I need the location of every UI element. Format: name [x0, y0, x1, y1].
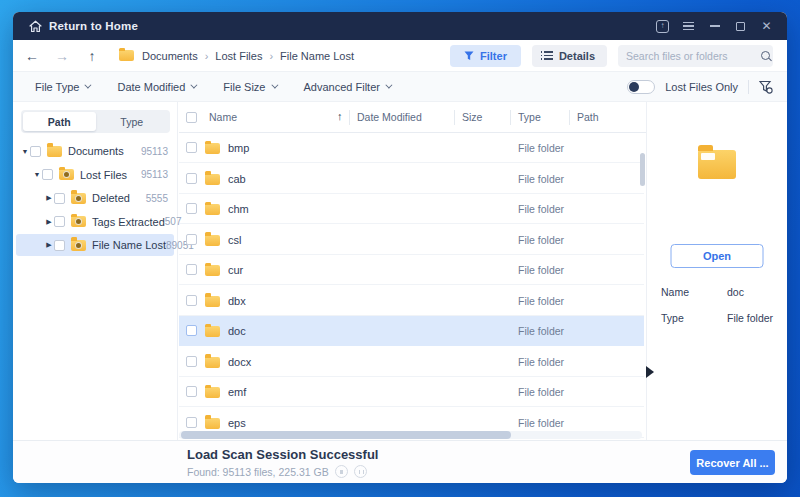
select-all-checkbox[interactable]: [186, 112, 197, 123]
clear-filter-icon[interactable]: [759, 80, 773, 94]
collapse-arrow-icon[interactable]: ▶: [44, 218, 54, 226]
row-checkbox[interactable]: [186, 142, 197, 153]
tree-item-tags-extracted[interactable]: ▶ Tags Extracted 507: [16, 211, 174, 233]
row-checkbox[interactable]: [186, 295, 197, 306]
chevron-down-icon: [85, 82, 92, 89]
tree-item-lost-files[interactable]: ▼ Lost Files 95113: [16, 164, 174, 186]
breadcrumb-item[interactable]: File Name Lost: [280, 50, 354, 62]
filter-dropdown[interactable]: Advanced Filter: [304, 81, 390, 93]
close-icon[interactable]: ✕: [760, 20, 773, 33]
folder-icon: [71, 240, 86, 251]
pause-scan-icon[interactable]: [354, 465, 367, 478]
table-row[interactable]: chm File folder: [179, 194, 644, 224]
lost-files-only-toggle[interactable]: [627, 80, 655, 94]
row-checkbox[interactable]: [186, 386, 197, 397]
row-checkbox[interactable]: [186, 417, 197, 428]
cell-name: csl: [228, 234, 241, 246]
scan-status-subtitle: Found: 95113 files, 225.31 GB: [187, 465, 367, 478]
minimize-icon[interactable]: [708, 20, 721, 33]
table-row[interactable]: csl File folder: [179, 225, 644, 255]
cell-type: File folder: [518, 203, 564, 215]
expand-arrow-icon[interactable]: ▼: [32, 171, 42, 178]
up-button[interactable]: ↑: [77, 48, 107, 64]
chevron-down-icon: [385, 82, 392, 89]
content-area: PathType ▼ Documents 95113 ▼ Lost Files …: [13, 102, 787, 440]
row-checkbox[interactable]: [186, 234, 197, 245]
tree-checkbox[interactable]: [54, 193, 65, 204]
menu-icon[interactable]: [682, 20, 695, 33]
tree-checkbox[interactable]: [30, 146, 41, 157]
folder-icon: [205, 174, 220, 185]
details-button[interactable]: Details: [532, 45, 607, 67]
recover-all-button[interactable]: Recover All ...: [690, 450, 775, 475]
lost-badge: [63, 171, 70, 178]
breadcrumb-separator-icon: ›: [205, 50, 209, 62]
folder-icon: [71, 193, 86, 204]
cell-type: File folder: [518, 325, 564, 337]
row-checkbox[interactable]: [186, 325, 197, 336]
search-icon[interactable]: [761, 51, 770, 60]
tree-item-deleted[interactable]: ▶ Deleted 5555: [16, 187, 174, 209]
tree-item-documents[interactable]: ▼ Documents 95113: [16, 140, 174, 162]
tree-item-label: Lost Files: [80, 169, 127, 181]
sort-ascending-icon[interactable]: ↑: [337, 110, 343, 122]
back-button[interactable]: ←: [17, 48, 47, 64]
row-checkbox[interactable]: [186, 356, 197, 367]
row-checkbox[interactable]: [186, 264, 197, 275]
search-input[interactable]: [626, 50, 761, 62]
tree-checkbox[interactable]: [42, 169, 53, 180]
breadcrumb-item[interactable]: Lost Files: [215, 50, 262, 62]
table-row[interactable]: dbx File folder: [179, 286, 644, 316]
column-header-type[interactable]: Type: [518, 111, 541, 123]
table-row[interactable]: docx File folder: [179, 347, 644, 377]
open-button[interactable]: Open: [671, 244, 764, 268]
app-window: Return to Home ↑ ✕ ← → ↑ Documents›Lost …: [13, 12, 787, 483]
horizontal-scrollbar-thumb[interactable]: [181, 431, 511, 439]
expand-arrow-icon[interactable]: ▼: [20, 148, 30, 155]
question-badge: [75, 242, 82, 249]
folder-icon: [205, 235, 220, 246]
column-header-size[interactable]: Size: [462, 111, 482, 123]
filter-dropdowns: File TypeDate ModifiedFile SizeAdvanced …: [35, 81, 390, 93]
stop-scan-icon[interactable]: [335, 465, 348, 478]
file-table: Name ↑ Date Modified Size Type Path bmp …: [179, 102, 646, 440]
tree-checkbox[interactable]: [54, 216, 65, 227]
filter-dropdown[interactable]: Date Modified: [117, 81, 195, 93]
tree-item-label: Deleted: [92, 192, 130, 204]
cell-type: File folder: [518, 386, 564, 398]
tree-item-file-name-lost[interactable]: ▶ File Name Lost 89051: [16, 234, 174, 256]
column-header-path[interactable]: Path: [577, 111, 599, 123]
forward-button[interactable]: →: [47, 48, 77, 64]
table-row[interactable]: emf File folder: [179, 377, 644, 407]
detail-fields: Name doc Type File folder: [661, 286, 779, 338]
table-row[interactable]: doc File folder: [179, 316, 644, 346]
filter-dropdown[interactable]: File Type: [35, 81, 89, 93]
cell-name: cur: [228, 264, 243, 276]
filter-dropdown[interactable]: File Size: [223, 81, 275, 93]
detail-field-value: doc: [727, 286, 744, 298]
tree-checkbox[interactable]: [54, 240, 65, 251]
collapse-panel-handle[interactable]: [646, 366, 654, 378]
filter-button[interactable]: Filter: [450, 45, 521, 67]
upgrade-icon[interactable]: ↑: [656, 20, 669, 33]
sidebar-tab-type[interactable]: Type: [96, 112, 169, 131]
table-row[interactable]: bmp File folder: [179, 133, 644, 163]
breadcrumb-item[interactable]: Documents: [142, 50, 198, 62]
column-header-date-modified[interactable]: Date Modified: [357, 111, 422, 123]
column-header-name[interactable]: Name: [209, 111, 237, 123]
table-row[interactable]: cur File folder: [179, 255, 644, 285]
folder-icon: [205, 326, 220, 337]
maximize-icon[interactable]: [734, 20, 747, 33]
return-to-home-button[interactable]: Return to Home: [49, 20, 138, 32]
collapse-arrow-icon[interactable]: ▶: [44, 194, 54, 202]
tree-item-count: 95113: [141, 146, 174, 157]
sidebar-tab-path[interactable]: Path: [23, 112, 96, 131]
row-checkbox[interactable]: [186, 173, 197, 184]
row-checkbox[interactable]: [186, 203, 197, 214]
breadcrumb: Documents›Lost Files›File Name Lost: [142, 50, 354, 62]
funnel-icon: [464, 51, 474, 61]
search-box[interactable]: [618, 45, 773, 67]
collapse-arrow-icon[interactable]: ▶: [44, 241, 54, 249]
table-row[interactable]: cab File folder: [179, 164, 644, 194]
vertical-scrollbar-thumb[interactable]: [640, 153, 645, 186]
